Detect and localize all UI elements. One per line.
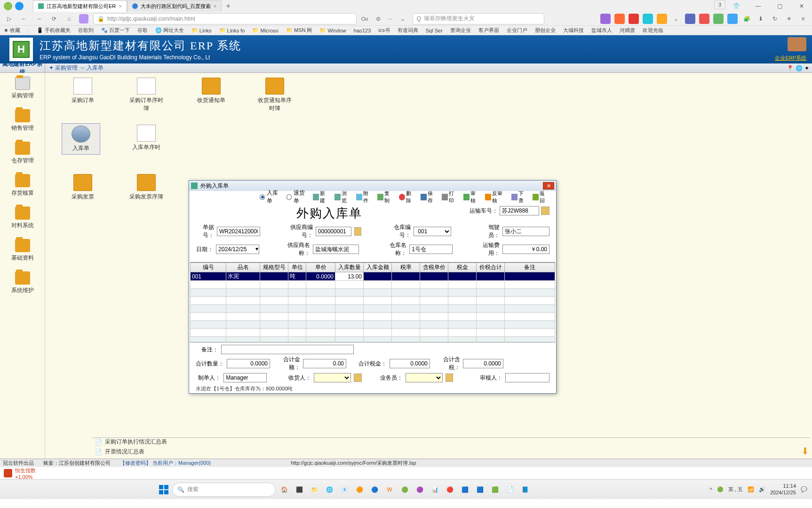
erp-link[interactable]: 企业ERP系统: [775, 55, 806, 62]
clock[interactable]: 11:14 2024/12/25: [770, 483, 796, 495]
bookmark-item[interactable]: 📁Links: [191, 27, 212, 33]
volume-icon[interactable]: 🔊: [759, 486, 765, 492]
taskbar-search[interactable]: 🔍搜索: [172, 483, 276, 497]
wh-code-select[interactable]: 001: [414, 227, 451, 236]
search-input[interactable]: Q 埃菲尔铁塔发生火灾: [413, 13, 544, 24]
attach-button[interactable]: 附件: [354, 189, 375, 205]
bookmark-item[interactable]: 欢迎光临: [643, 27, 663, 34]
task-icon[interactable]: 🔴: [443, 483, 456, 496]
folder-icon[interactable]: [446, 373, 453, 382]
audit-button[interactable]: 审核: [462, 189, 482, 205]
bookmark-item[interactable]: ★ 收藏: [4, 27, 20, 34]
task-icon[interactable]: 📁: [308, 483, 321, 496]
ext-icon[interactable]: [685, 14, 695, 24]
url-input[interactable]: 🔒 http://qdjc.qiaokuaiji.com/main.html: [93, 13, 357, 24]
bookmark-item[interactable]: ics书: [378, 27, 390, 34]
task-icon[interactable]: 🌐: [323, 483, 336, 496]
ext-icon[interactable]: [713, 14, 724, 24]
sidebar-item-inventory[interactable]: 存货核算: [11, 174, 34, 197]
status-pwd[interactable]: 【修改密码】 当前用户：Manager(000): [120, 460, 211, 467]
close-button[interactable]: ✕: [791, 0, 812, 12]
table-row[interactable]: [191, 313, 555, 321]
task-icon[interactable]: 🟩: [488, 483, 502, 496]
sidebar-item-base[interactable]: 基础资料: [11, 239, 34, 262]
remark-input[interactable]: [221, 345, 354, 354]
new-button[interactable]: 新建: [311, 189, 332, 205]
unaudit-button[interactable]: 反审核: [483, 189, 509, 205]
bookmark-item[interactable]: 🌐网址大全: [155, 27, 184, 34]
arrow-down-icon[interactable]: ⬇: [801, 445, 809, 457]
bookmark-item[interactable]: 朋创企业: [535, 27, 556, 34]
radio-return[interactable]: [287, 194, 292, 200]
bookmark-item[interactable]: 大城科技: [563, 27, 584, 34]
bookmark-item[interactable]: 客户界面: [478, 27, 499, 34]
delete-button[interactable]: 删除: [397, 189, 418, 205]
folder-icon[interactable]: [354, 373, 361, 382]
bookmark-item[interactable]: 谷歌: [137, 27, 148, 34]
desktop-icon[interactable]: 收货通知单序时簿: [256, 78, 294, 112]
sidebar-item-material[interactable]: 对料系统: [11, 206, 34, 230]
back-button[interactable]: 返回: [531, 189, 551, 205]
new-tab-button[interactable]: +: [222, 2, 235, 10]
task-icon[interactable]: 🏠: [278, 483, 291, 496]
home-button[interactable]: ⌂: [64, 14, 74, 24]
receiver-select[interactable]: [314, 373, 351, 382]
skin-icon[interactable]: 👕: [726, 0, 747, 12]
desktop-icon[interactable]: 采购发票序簿: [127, 174, 165, 201]
bookmark-item[interactable]: 📁Microso: [252, 27, 279, 33]
wifi-icon[interactable]: 📶: [748, 486, 754, 492]
forward-button[interactable]: →: [34, 14, 44, 24]
bookmark-item[interactable]: 📁Window: [319, 27, 346, 33]
chevron-down-icon[interactable]: ⌄: [398, 14, 408, 24]
data-grid[interactable]: 编号 品名 规格型号 单位 单价 入库数量 入库金额 税率 含税单价 税金 价税…: [190, 262, 555, 342]
system-tray[interactable]: ^ 🟢 英 , 五 📶 🔊 11:14 2024/12/25 💬: [710, 483, 807, 495]
task-icon[interactable]: ⬛: [293, 483, 306, 496]
sun-icon[interactable]: ☀: [784, 14, 794, 24]
pin-icon[interactable]: 📍: [787, 65, 794, 71]
close-icon[interactable]: ×: [214, 3, 216, 9]
tab-inactive[interactable]: 大丰的行政区划代码_百度搜索 ×: [127, 0, 222, 12]
tray-icon[interactable]: 🟢: [717, 486, 724, 492]
task-icon[interactable]: 🔵: [368, 483, 381, 496]
extensions-icon[interactable]: 🧩: [741, 14, 752, 24]
task-icon[interactable]: 📊: [428, 483, 441, 496]
minimize-button[interactable]: —: [748, 0, 769, 12]
truck-input[interactable]: [500, 206, 539, 215]
task-icon[interactable]: 🟢: [398, 483, 411, 496]
copy-button[interactable]: 复制: [375, 189, 396, 205]
sidebar-item-sales[interactable]: 销售管理: [11, 109, 34, 132]
task-icon[interactable]: 🟦: [473, 483, 486, 496]
tab-active[interactable]: 江苏高地新型建材有限公司ER ×: [33, 0, 127, 12]
date-input[interactable]: [216, 245, 259, 254]
print-button[interactable]: 打印: [440, 189, 461, 205]
desktop-icon[interactable]: 收货通知单: [192, 78, 230, 104]
supplier-name-input[interactable]: [313, 245, 359, 254]
action-icon[interactable]: ✦: [804, 65, 809, 71]
desktop-icon[interactable]: 采购发票: [64, 174, 102, 201]
table-row[interactable]: [191, 321, 555, 329]
ext-icon[interactable]: 3: [714, 0, 725, 9]
close-icon[interactable]: ×: [119, 3, 121, 9]
bookmark-item[interactable]: Sql Ser: [426, 28, 443, 33]
desktop-icon[interactable]: 入库单序时: [127, 125, 165, 151]
ext-icon[interactable]: [727, 14, 738, 24]
back-button[interactable]: ←: [19, 14, 29, 24]
close-icon[interactable]: ✕: [543, 182, 554, 190]
bookmark-item[interactable]: 🐾百度一下: [101, 27, 130, 34]
folder-icon[interactable]: [541, 206, 549, 215]
bookmark-item[interactable]: 查询企业: [450, 27, 471, 34]
ext-icon[interactable]: [657, 14, 667, 24]
table-row[interactable]: 001 水泥 吨 0.0000 13.00: [191, 272, 555, 281]
bookmark-item[interactable]: 盐城市人: [591, 27, 612, 34]
bookmark-item[interactable]: 谷歌到: [78, 27, 94, 34]
doc-no-input[interactable]: [217, 227, 260, 236]
bookmark-item[interactable]: 📁Links fo: [219, 27, 245, 33]
task-icon[interactable]: 📄: [503, 483, 517, 496]
table-row[interactable]: [191, 281, 555, 289]
freight-input[interactable]: [502, 245, 549, 254]
folder-icon[interactable]: [354, 227, 362, 236]
sidebar-item-system[interactable]: 系统维护: [11, 271, 34, 294]
desktop-icon-selected[interactable]: 入库单: [62, 124, 100, 154]
ext-icon[interactable]: [643, 14, 653, 24]
bookmark-item[interactable]: 📁MSN 网: [286, 27, 312, 34]
